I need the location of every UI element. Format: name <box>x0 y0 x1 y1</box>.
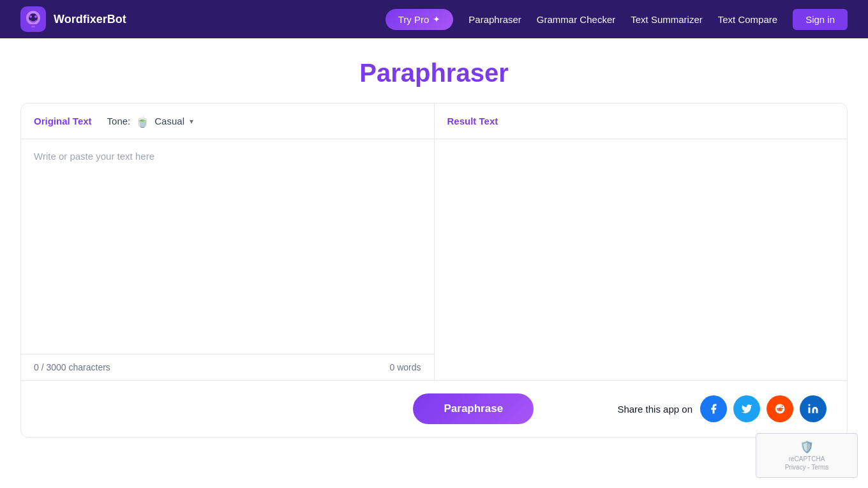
linkedin-icon <box>807 403 819 415</box>
original-text-label: Original Text <box>34 116 92 126</box>
navbar-actions: Try Pro ✦ Paraphraser Grammar Checker Te… <box>385 9 848 30</box>
editor-panels: Original Text Tone: 🍵 Casual ▾ 0 / 3000 … <box>21 103 847 380</box>
word-count: 0 words <box>389 362 421 372</box>
char-count: 0 / 3000 characters <box>34 362 110 372</box>
recaptcha-links[interactable]: Privacy - Terms <box>764 464 849 471</box>
try-pro-button[interactable]: Try Pro ✦ <box>385 9 454 30</box>
svg-point-4 <box>34 15 37 18</box>
tone-label: Tone: <box>107 116 131 126</box>
tone-dropdown-arrow-icon[interactable]: ▾ <box>190 117 193 126</box>
original-text-input[interactable] <box>34 149 421 344</box>
original-text-area-container <box>21 139 434 354</box>
recaptcha-logo-icon: 🛡️ <box>764 440 849 454</box>
nav-link-paraphraser[interactable]: Paraphraser <box>468 14 521 25</box>
tone-icon: 🍵 <box>135 114 149 128</box>
sign-in-button[interactable]: Sign in <box>793 9 848 30</box>
result-text-label: Result Text <box>447 116 498 126</box>
nav-link-grammar-checker[interactable]: Grammar Checker <box>537 14 615 25</box>
social-buttons <box>700 395 827 422</box>
navbar: WordfixerBot Try Pro ✦ Paraphraser Gramm… <box>0 0 868 38</box>
panel-header-left: Original Text Tone: 🍵 Casual ▾ <box>34 114 193 128</box>
page-title-area: Paraphraser <box>0 38 868 103</box>
action-bar: Paraphrase Share this app on <box>21 380 847 437</box>
sparkle-icon: ✦ <box>433 14 440 24</box>
result-text-header: Result Text <box>435 103 848 139</box>
linkedin-share-button[interactable] <box>800 395 827 422</box>
svg-point-9 <box>781 409 782 409</box>
svg-rect-10 <box>809 408 811 413</box>
reddit-share-button[interactable] <box>767 395 793 422</box>
try-pro-label: Try Pro <box>398 14 430 25</box>
twitter-share-button[interactable] <box>733 395 760 422</box>
page-title: Paraphraser <box>0 59 868 88</box>
recaptcha-badge: 🛡️ reCAPTCHA Privacy - Terms <box>756 433 858 478</box>
twitter-icon <box>741 403 752 415</box>
main-container: Original Text Tone: 🍵 Casual ▾ 0 / 3000 … <box>0 103 868 453</box>
recaptcha-inner: 🛡️ reCAPTCHA Privacy - Terms <box>764 440 849 471</box>
recaptcha-protected-text: reCAPTCHA <box>764 455 849 462</box>
facebook-share-button[interactable] <box>700 395 727 422</box>
nav-link-text-compare[interactable]: Text Compare <box>718 14 777 25</box>
nav-link-text-summarizer[interactable]: Text Summarizer <box>631 14 703 25</box>
brand-name: WordfixerBot <box>54 13 126 26</box>
svg-point-3 <box>29 15 32 18</box>
paraphrase-button[interactable]: Paraphrase <box>413 393 534 424</box>
tone-section: Tone: 🍵 Casual ▾ <box>107 114 193 128</box>
reddit-icon <box>774 403 786 415</box>
result-text-panel: Result Text <box>435 103 848 380</box>
svg-point-8 <box>778 409 779 409</box>
brand-logo-icon <box>20 6 46 32</box>
svg-rect-6 <box>31 26 35 27</box>
navbar-logo-area: WordfixerBot <box>20 6 126 32</box>
paraphrase-button-area: Paraphrase <box>329 393 617 424</box>
original-text-panel: Original Text Tone: 🍵 Casual ▾ 0 / 3000 … <box>21 103 435 380</box>
tone-value: Casual <box>154 116 184 126</box>
editor-wrapper: Original Text Tone: 🍵 Casual ▾ 0 / 3000 … <box>20 103 848 438</box>
original-text-header: Original Text Tone: 🍵 Casual ▾ <box>21 103 434 139</box>
original-text-footer: 0 / 3000 characters 0 words <box>21 354 434 380</box>
facebook-icon <box>708 403 719 415</box>
result-text-area-container <box>435 139 848 380</box>
share-area: Share this app on <box>617 395 827 422</box>
svg-point-11 <box>809 404 811 406</box>
share-label: Share this app on <box>617 404 692 415</box>
